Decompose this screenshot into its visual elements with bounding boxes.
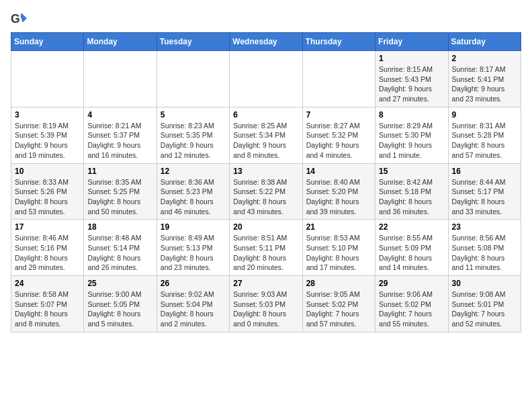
day-number: 4 — [87, 110, 152, 120]
day-info: Sunrise: 8:51 AM Sunset: 5:11 PM Dayligh… — [233, 233, 298, 273]
day-number: 10 — [15, 167, 80, 176]
calendar-cell: 16Sunrise: 8:44 AM Sunset: 5:17 PM Dayli… — [448, 163, 521, 220]
day-number: 23 — [452, 222, 517, 232]
calendar-cell: 3Sunrise: 8:19 AM Sunset: 5:39 PM Daylig… — [11, 107, 84, 163]
calendar-cell — [11, 51, 84, 107]
day-number: 29 — [379, 279, 444, 288]
day-number: 13 — [233, 167, 298, 176]
day-info: Sunrise: 8:56 AM Sunset: 5:08 PM Dayligh… — [452, 233, 517, 273]
calendar-cell: 6Sunrise: 8:25 AM Sunset: 5:34 PM Daylig… — [230, 107, 302, 163]
day-number: 21 — [306, 222, 371, 232]
day-of-week-header: Monday — [84, 33, 157, 51]
calendar-cell: 1Sunrise: 8:15 AM Sunset: 5:43 PM Daylig… — [375, 51, 448, 107]
day-info: Sunrise: 8:35 AM Sunset: 5:25 PM Dayligh… — [87, 177, 152, 217]
calendar-cell: 18Sunrise: 8:48 AM Sunset: 5:14 PM Dayli… — [84, 220, 157, 276]
day-info: Sunrise: 8:58 AM Sunset: 5:07 PM Dayligh… — [15, 289, 80, 329]
calendar-cell: 20Sunrise: 8:51 AM Sunset: 5:11 PM Dayli… — [230, 220, 302, 276]
day-info: Sunrise: 9:06 AM Sunset: 5:02 PM Dayligh… — [379, 289, 444, 329]
day-info: Sunrise: 8:48 AM Sunset: 5:14 PM Dayligh… — [87, 233, 152, 273]
calendar-cell: 8Sunrise: 8:29 AM Sunset: 5:30 PM Daylig… — [375, 107, 448, 163]
day-number: 30 — [452, 279, 517, 288]
day-info: Sunrise: 8:25 AM Sunset: 5:34 PM Dayligh… — [233, 121, 298, 161]
day-number: 14 — [306, 167, 371, 176]
day-info: Sunrise: 8:33 AM Sunset: 5:26 PM Dayligh… — [15, 177, 80, 217]
day-of-week-header: Friday — [375, 33, 448, 51]
calendar-cell: 26Sunrise: 9:02 AM Sunset: 5:04 PM Dayli… — [157, 276, 229, 332]
day-of-week-header: Wednesday — [230, 33, 302, 51]
day-info: Sunrise: 9:03 AM Sunset: 5:03 PM Dayligh… — [233, 289, 298, 329]
calendar-table: SundayMondayTuesdayWednesdayThursdayFrid… — [11, 32, 521, 332]
day-info: Sunrise: 8:15 AM Sunset: 5:43 PM Dayligh… — [379, 64, 444, 104]
calendar-cell: 9Sunrise: 8:31 AM Sunset: 5:28 PM Daylig… — [448, 107, 521, 163]
day-number: 28 — [306, 279, 371, 288]
day-number: 3 — [15, 110, 80, 120]
calendar-cell: 5Sunrise: 8:23 AM Sunset: 5:35 PM Daylig… — [157, 107, 229, 163]
calendar-cell: 4Sunrise: 8:21 AM Sunset: 5:37 PM Daylig… — [84, 107, 157, 163]
day-info: Sunrise: 8:31 AM Sunset: 5:28 PM Dayligh… — [452, 121, 517, 161]
day-of-week-header: Thursday — [302, 33, 375, 51]
calendar-cell: 12Sunrise: 8:36 AM Sunset: 5:23 PM Dayli… — [157, 163, 229, 220]
calendar-cell: 25Sunrise: 9:00 AM Sunset: 5:05 PM Dayli… — [84, 276, 157, 332]
svg-marker-1 — [20, 13, 27, 22]
calendar-cell: 17Sunrise: 8:46 AM Sunset: 5:16 PM Dayli… — [11, 220, 84, 276]
day-number: 15 — [379, 167, 444, 176]
calendar-cell: 14Sunrise: 8:40 AM Sunset: 5:20 PM Dayli… — [302, 163, 375, 220]
calendar-cell: 28Sunrise: 9:05 AM Sunset: 5:02 PM Dayli… — [302, 276, 375, 332]
day-info: Sunrise: 8:27 AM Sunset: 5:32 PM Dayligh… — [306, 121, 371, 161]
day-info: Sunrise: 8:23 AM Sunset: 5:35 PM Dayligh… — [161, 121, 226, 161]
day-info: Sunrise: 9:05 AM Sunset: 5:02 PM Dayligh… — [306, 289, 371, 329]
day-number: 11 — [87, 167, 152, 176]
calendar-cell: 10Sunrise: 8:33 AM Sunset: 5:26 PM Dayli… — [11, 163, 84, 220]
page-header: G — [11, 11, 521, 27]
day-number: 26 — [161, 279, 226, 288]
day-number: 2 — [452, 54, 517, 63]
day-number: 7 — [306, 110, 371, 120]
day-info: Sunrise: 8:17 AM Sunset: 5:41 PM Dayligh… — [452, 64, 517, 104]
calendar-cell: 21Sunrise: 8:53 AM Sunset: 5:10 PM Dayli… — [302, 220, 375, 276]
day-info: Sunrise: 8:44 AM Sunset: 5:17 PM Dayligh… — [452, 177, 517, 217]
calendar-cell — [230, 51, 302, 107]
day-number: 16 — [452, 167, 517, 176]
day-info: Sunrise: 8:29 AM Sunset: 5:30 PM Dayligh… — [379, 121, 444, 161]
calendar-cell: 30Sunrise: 9:08 AM Sunset: 5:01 PM Dayli… — [448, 276, 521, 332]
calendar-cell: 7Sunrise: 8:27 AM Sunset: 5:32 PM Daylig… — [302, 107, 375, 163]
day-number: 18 — [87, 222, 152, 232]
calendar-cell: 24Sunrise: 8:58 AM Sunset: 5:07 PM Dayli… — [11, 276, 84, 332]
logo-icon: G — [11, 11, 27, 27]
day-number: 12 — [161, 167, 226, 176]
day-info: Sunrise: 9:08 AM Sunset: 5:01 PM Dayligh… — [452, 289, 517, 329]
day-number: 17 — [15, 222, 80, 232]
calendar-cell — [302, 51, 375, 107]
calendar-cell: 23Sunrise: 8:56 AM Sunset: 5:08 PM Dayli… — [448, 220, 521, 276]
day-of-week-header: Saturday — [448, 33, 521, 51]
day-info: Sunrise: 8:40 AM Sunset: 5:20 PM Dayligh… — [306, 177, 371, 217]
day-of-week-header: Sunday — [11, 33, 84, 51]
calendar-cell: 27Sunrise: 9:03 AM Sunset: 5:03 PM Dayli… — [230, 276, 302, 332]
day-info: Sunrise: 8:19 AM Sunset: 5:39 PM Dayligh… — [15, 121, 80, 161]
day-number: 1 — [379, 54, 444, 63]
day-number: 27 — [233, 279, 298, 288]
calendar-header: SundayMondayTuesdayWednesdayThursdayFrid… — [11, 33, 521, 51]
day-number: 19 — [161, 222, 226, 232]
day-number: 9 — [452, 110, 517, 120]
day-of-week-header: Tuesday — [157, 33, 229, 51]
day-number: 8 — [379, 110, 444, 120]
logo: G — [11, 11, 30, 27]
calendar-cell: 29Sunrise: 9:06 AM Sunset: 5:02 PM Dayli… — [375, 276, 448, 332]
calendar-cell — [157, 51, 229, 107]
day-info: Sunrise: 8:55 AM Sunset: 5:09 PM Dayligh… — [379, 233, 444, 273]
calendar-cell: 11Sunrise: 8:35 AM Sunset: 5:25 PM Dayli… — [84, 163, 157, 220]
day-info: Sunrise: 8:38 AM Sunset: 5:22 PM Dayligh… — [233, 177, 298, 217]
day-number: 24 — [15, 279, 80, 288]
calendar-cell: 22Sunrise: 8:55 AM Sunset: 5:09 PM Dayli… — [375, 220, 448, 276]
calendar-cell: 13Sunrise: 8:38 AM Sunset: 5:22 PM Dayli… — [230, 163, 302, 220]
calendar-cell: 15Sunrise: 8:42 AM Sunset: 5:18 PM Dayli… — [375, 163, 448, 220]
day-info: Sunrise: 8:42 AM Sunset: 5:18 PM Dayligh… — [379, 177, 444, 217]
day-info: Sunrise: 8:53 AM Sunset: 5:10 PM Dayligh… — [306, 233, 371, 273]
day-info: Sunrise: 8:36 AM Sunset: 5:23 PM Dayligh… — [161, 177, 226, 217]
day-number: 5 — [161, 110, 226, 120]
day-number: 20 — [233, 222, 298, 232]
day-info: Sunrise: 9:00 AM Sunset: 5:05 PM Dayligh… — [87, 289, 152, 329]
day-number: 6 — [233, 110, 298, 120]
day-info: Sunrise: 8:46 AM Sunset: 5:16 PM Dayligh… — [15, 233, 80, 273]
